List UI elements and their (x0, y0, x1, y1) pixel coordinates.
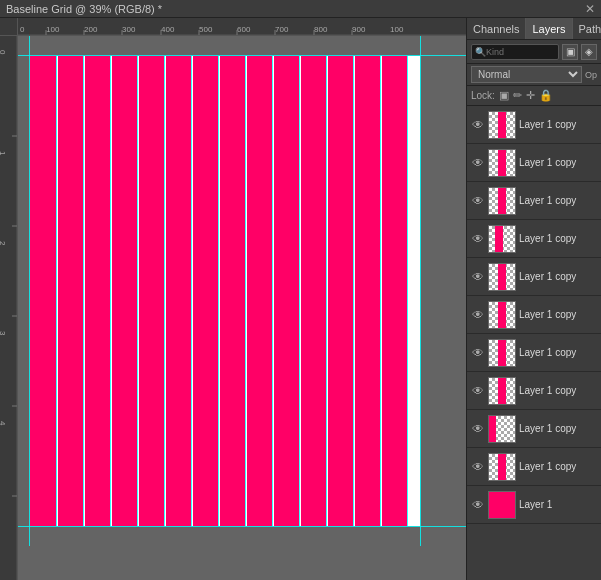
svg-text:600: 600 (237, 25, 251, 34)
layer-visibility-icon[interactable]: 👁 (471, 384, 485, 398)
lock-row: Lock: ▣ ✏ ✛ 🔒 (467, 86, 601, 106)
layer-name: Layer 1 copy (519, 157, 597, 168)
ruler-corner (0, 18, 18, 36)
layer-name: Layer 1 copy (519, 195, 597, 206)
v-ruler-svg: 0 1 2 3 4 (0, 36, 18, 580)
layer-thumbnail (488, 149, 516, 177)
layer-item-base[interactable]: 👁 Layer 1 (467, 486, 601, 524)
filter-pixel-icon[interactable]: ▣ (562, 44, 578, 60)
layer-name: Layer 1 (519, 499, 597, 510)
layer-thumbnail (488, 377, 516, 405)
stripe (301, 56, 326, 526)
svg-text:500: 500 (199, 25, 213, 34)
layer-visibility-icon[interactable]: 👁 (471, 498, 485, 512)
guide-line (191, 56, 192, 526)
lock-image-icon[interactable]: ✏ (513, 89, 522, 102)
blend-mode-select[interactable]: Normal (471, 66, 582, 83)
panel-tabs: Channels Layers Paths (467, 18, 601, 40)
thumb-stripe (498, 378, 506, 404)
layer-name: Layer 1 copy (519, 385, 597, 396)
layers-list[interactable]: 👁 Layer 1 copy 👁 Layer 1 copy 👁 (467, 106, 601, 580)
layer-visibility-icon[interactable]: 👁 (471, 346, 485, 360)
layer-item[interactable]: 👁 Layer 1 copy (467, 372, 601, 410)
svg-text:200: 200 (84, 25, 98, 34)
layer-item[interactable]: 👁 Layer 1 copy (467, 106, 601, 144)
blend-mode-row: Normal Op (467, 64, 601, 86)
search-input[interactable] (486, 47, 516, 57)
layer-thumbnail (488, 301, 516, 329)
tab-layers[interactable]: Layers (526, 18, 572, 39)
stripe (85, 56, 110, 526)
layer-visibility-icon[interactable]: 👁 (471, 232, 485, 246)
lock-position-icon[interactable]: ✛ (526, 89, 535, 102)
thumb-solid (489, 492, 515, 518)
svg-text:2: 2 (0, 241, 7, 246)
lock-transparency-icon[interactable]: ▣ (499, 89, 509, 102)
layer-thumbnail (488, 263, 516, 291)
canvas-bottom-guide (18, 526, 466, 527)
close-button[interactable]: ✕ (585, 2, 595, 16)
thumb-stripe (498, 454, 506, 480)
guide-line (218, 56, 219, 526)
layer-name: Layer 1 copy (519, 233, 597, 244)
layer-item[interactable]: 👁 Layer 1 copy (467, 448, 601, 486)
layer-item[interactable]: 👁 Layer 1 copy (467, 220, 601, 258)
lock-label: Lock: (471, 90, 495, 101)
layer-visibility-icon[interactable]: 👁 (471, 118, 485, 132)
layer-visibility-icon[interactable]: 👁 (471, 422, 485, 436)
layer-thumbnail (488, 453, 516, 481)
svg-text:100: 100 (390, 25, 404, 34)
stripe (247, 56, 272, 526)
artwork-canvas (30, 56, 420, 526)
guide-line (380, 56, 381, 526)
layer-thumbnail (488, 339, 516, 367)
layer-visibility-icon[interactable]: 👁 (471, 460, 485, 474)
thumb-stripe (488, 416, 496, 442)
layer-name: Layer 1 copy (519, 309, 597, 320)
layer-item[interactable]: 👁 Layer 1 copy (467, 410, 601, 448)
guide-line (110, 56, 111, 526)
layer-item[interactable]: 👁 Layer 1 copy (467, 258, 601, 296)
stripe (166, 56, 191, 526)
layer-thumbnail (488, 187, 516, 215)
h-ruler-svg: 0 100 200 300 400 500 600 700 800 900 10… (18, 18, 466, 36)
layer-name: Layer 1 copy (519, 119, 597, 130)
filter-adjust-icon[interactable]: ◈ (581, 44, 597, 60)
guide-line (299, 56, 300, 526)
guide-line (137, 56, 138, 526)
canvas-area: 0 100 200 300 400 500 600 700 800 900 10… (0, 18, 466, 580)
stripe (274, 56, 299, 526)
layer-name: Layer 1 copy (519, 271, 597, 282)
layer-visibility-icon[interactable]: 👁 (471, 270, 485, 284)
svg-text:900: 900 (352, 25, 366, 34)
layer-item[interactable]: 👁 Layer 1 copy (467, 296, 601, 334)
guide-line (353, 56, 354, 526)
layer-thumbnail (488, 491, 516, 519)
guide-line (164, 56, 165, 526)
thumb-stripe (498, 150, 506, 176)
stripe (328, 56, 353, 526)
layer-visibility-icon[interactable]: 👁 (471, 156, 485, 170)
svg-text:1: 1 (0, 151, 7, 156)
layer-visibility-icon[interactable]: 👁 (471, 308, 485, 322)
stripe (30, 56, 56, 526)
tab-channels[interactable]: Channels (467, 18, 526, 39)
lock-all-icon[interactable]: 🔒 (539, 89, 553, 102)
layer-name: Layer 1 copy (519, 347, 597, 358)
layer-item[interactable]: 👁 Layer 1 copy (467, 182, 601, 220)
svg-text:800: 800 (314, 25, 328, 34)
layer-item[interactable]: 👁 Layer 1 copy (467, 144, 601, 182)
stripe (139, 56, 164, 526)
thumb-stripe (498, 264, 506, 290)
stripe (193, 56, 218, 526)
opacity-label: Op (585, 70, 597, 80)
title-bar: Baseline Grid @ 39% (RGB/8) * ✕ (0, 0, 601, 18)
thumb-stripe (498, 302, 506, 328)
layer-item[interactable]: 👁 Layer 1 copy (467, 334, 601, 372)
layer-thumbnail (488, 415, 516, 443)
svg-text:400: 400 (161, 25, 175, 34)
layer-visibility-icon[interactable]: 👁 (471, 194, 485, 208)
layer-name: Layer 1 copy (519, 423, 597, 434)
canvas-top-guide (18, 55, 466, 56)
tab-paths[interactable]: Paths (573, 18, 601, 39)
